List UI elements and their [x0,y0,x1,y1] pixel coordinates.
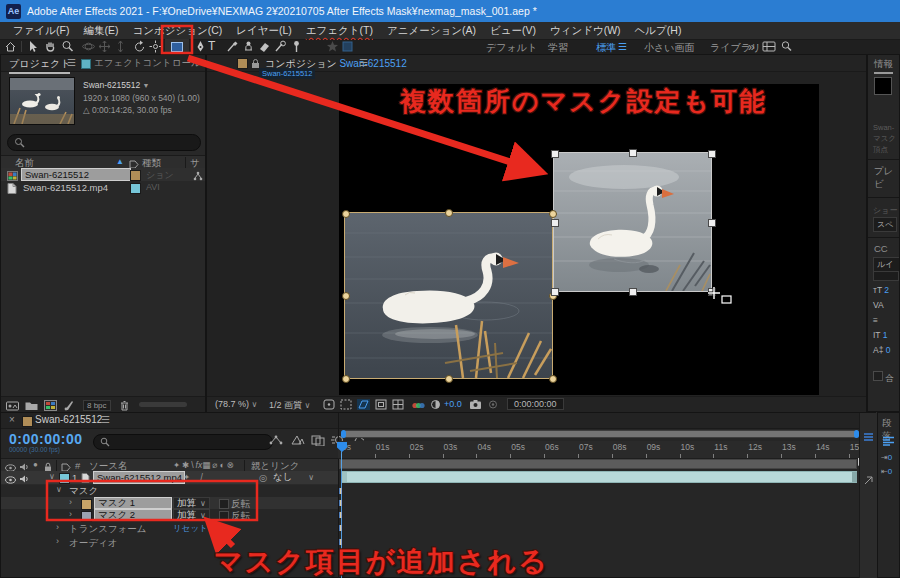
label-color-swatch[interactable] [130,170,141,181]
font-size-value[interactable]: 2 [884,285,889,295]
search-help-icon[interactable] [780,40,793,53]
mask-handle[interactable] [629,288,637,296]
interpret-footage-icon[interactable] [6,399,19,411]
rectangle-tool-icon[interactable] [165,39,189,54]
transform-expander-icon[interactable]: › [56,522,59,532]
mask-row[interactable]: › マスク 2 加算∨ 反転 [1,509,338,521]
baseline-shift-value[interactable]: 0 [886,345,891,355]
mask-handle[interactable] [342,210,350,218]
mask-color-swatch[interactable] [81,511,92,522]
project-item-row[interactable]: Swan-6215512 ション [1,168,205,181]
transform-reset-link[interactable]: リセット [173,523,208,535]
resolution-dropdown[interactable]: 1/2 画質 ∨ [269,399,310,412]
eraser-tool-icon[interactable] [258,40,271,53]
footage-name-caret-icon[interactable]: ▼ [143,82,150,89]
clone-stamp-tool-icon[interactable] [242,40,255,53]
mask-handle[interactable] [551,219,559,227]
pan-camera-tool-icon[interactable] [98,40,111,53]
mask-handle[interactable] [549,210,557,218]
channel-icon[interactable] [412,400,425,410]
comp-marker-icon[interactable] [863,431,874,442]
pan-behind-tool-icon[interactable] [149,40,162,53]
new-folder-icon[interactable] [25,399,38,411]
layer-switches[interactable]: ✦ / [183,472,207,482]
project-search-input[interactable] [29,137,173,149]
mask-group-row[interactable]: ∨ マスク [1,484,338,497]
leading-row[interactable]: ≡ [873,315,878,325]
indent-left-row[interactable]: ⇥0 [881,453,892,462]
footage-name[interactable]: Swan-6215512 [83,80,140,90]
snapshot-icon[interactable] [469,399,482,410]
parent-dropdown[interactable]: なし ∨ [273,471,314,484]
mask-handle[interactable] [445,375,453,383]
star-tool-icon[interactable] [326,40,339,53]
indent-right-row[interactable]: ⇤0 [881,467,892,476]
menu-help[interactable]: ヘルプ(H) [628,24,689,38]
transform-row[interactable]: › トランスフォーム リセット [1,522,338,534]
mask-handle[interactable] [342,292,350,300]
region-of-interest-icon[interactable] [375,399,387,410]
mask-handle[interactable] [708,219,716,227]
exposure-value[interactable]: +0.0 [444,399,462,409]
audio-label[interactable]: オーディオ [69,537,117,550]
comp-label-swatch[interactable] [237,58,248,69]
workspace-learn[interactable]: 学習 [548,41,568,55]
time-ruler[interactable]: 0s01s02s03s04s05s06s07s08s09s10s11s12s13… [338,441,859,459]
layer-label-swatch[interactable] [59,473,70,484]
layer-out-handle[interactable] [852,472,857,482]
preview-timecode[interactable]: 0:00:00:00 [507,398,564,410]
menu-file[interactable]: ファイル(F) [6,24,76,38]
workspace-overflow-icon[interactable]: » [748,40,755,54]
mask-mode-dropdown[interactable]: 加算∨ [173,497,210,509]
align-left-icon[interactable] [882,435,895,447]
new-composition-icon[interactable] [44,399,57,411]
sort-ascending-icon[interactable]: ▲ [116,157,124,166]
compose-row[interactable]: 合 [873,371,894,385]
mask-invert-checkbox[interactable] [219,499,229,509]
safe-margins-icon[interactable] [340,399,352,410]
mask-handle[interactable] [549,375,557,383]
font-style-dropdown[interactable] [873,271,899,281]
comp-button-icon[interactable] [863,475,874,486]
project-item-name[interactable]: Swan-6215512 [21,168,131,181]
indent-right-value[interactable]: 0 [888,467,892,476]
timeline-navigator-bar[interactable] [341,430,859,438]
mocha-tool-icon[interactable] [341,40,354,53]
shortcut-key-box[interactable]: スペ [873,217,897,232]
orbit-camera-tool-icon[interactable] [82,40,95,53]
dolly-camera-tool-icon[interactable] [114,40,127,53]
puppet-pin-tool-icon[interactable] [290,40,303,53]
tsume-row[interactable]: IT 1 [873,330,888,340]
font-family-dropdown[interactable]: ルイ [873,257,900,272]
brush-tool-icon[interactable] [226,40,239,53]
mask-handle[interactable] [551,150,559,158]
group-expander-icon[interactable]: ∨ [56,485,62,494]
layer-source-name[interactable]: Swan-6215512.mp4 [93,471,185,484]
parent-pickwhip-icon[interactable]: ◎ [259,472,267,483]
work-area-bar[interactable] [339,459,857,469]
frame-blending-icon[interactable] [311,434,325,446]
mask-expander-icon[interactable]: › [69,497,72,507]
masked-image-right[interactable] [554,153,711,291]
menu-effect[interactable]: エフェクト(T) [299,24,380,38]
zoom-tool-icon[interactable] [61,40,74,53]
tab-preview[interactable]: プレビ [874,165,899,191]
pen-tool-icon[interactable] [194,40,207,53]
menu-layer[interactable]: レイヤー(L) [229,24,299,38]
mask-handle[interactable] [629,149,637,157]
font-size-row[interactable]: тT 2 [873,285,889,295]
tab-info[interactable]: 情報 [874,58,893,74]
indent-left-value[interactable]: 0 [888,453,892,462]
mask-handle[interactable] [708,150,716,158]
speaker-icon[interactable] [19,473,29,484]
manage-workspaces-icon[interactable] [762,40,776,53]
mask-mode-dropdown[interactable]: 加算∨ [173,509,210,521]
mask-handle[interactable] [551,288,559,296]
transparency-grid-icon[interactable] [392,399,404,410]
mask-handle[interactable] [445,209,453,217]
kerning-row[interactable]: VA [873,300,884,310]
home-icon[interactable] [4,40,17,53]
workspace-small-screen[interactable]: 小さい画面 [644,41,694,55]
rotation-tool-icon[interactable] [133,40,146,53]
text-tool-icon[interactable]: T [208,39,215,53]
